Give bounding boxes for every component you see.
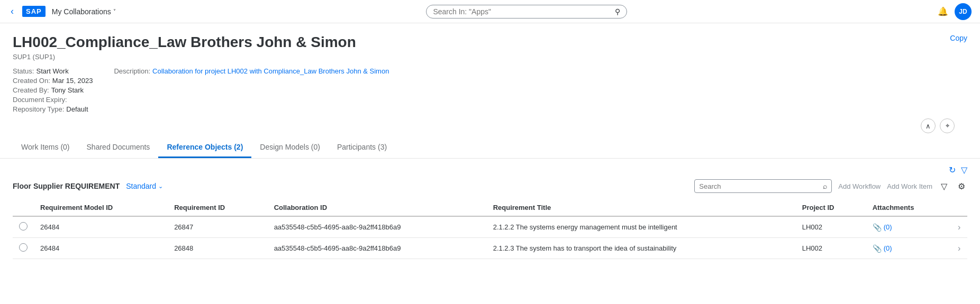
row-attachments[interactable]: 📎 (0) bbox=[866, 216, 951, 238]
status-row: Status: Start Work bbox=[13, 67, 93, 75]
table-search-icon: ⌕ bbox=[823, 182, 827, 190]
nav-search-box[interactable]: ⚲ bbox=[426, 5, 627, 19]
table-settings-button[interactable]: ⚙ bbox=[956, 180, 967, 192]
back-button[interactable]: ‹ bbox=[8, 4, 16, 19]
meta-section: Status: Start Work Created On: Mar 15, 2… bbox=[13, 67, 967, 113]
tabs-bar: Work Items (0) Shared Documents Referenc… bbox=[0, 137, 980, 159]
table-row: 26484 26847 aa535548-c5b5-4695-aa8c-9a2f… bbox=[13, 216, 967, 238]
created-by-value: Tony Stark bbox=[51, 86, 84, 94]
user-avatar[interactable]: JD bbox=[955, 3, 972, 20]
row-radio-cell[interactable] bbox=[13, 238, 34, 259]
table-title: Floor Supplier REQUIREMENT bbox=[13, 182, 120, 190]
filter-top-button[interactable]: ▽ bbox=[961, 165, 967, 175]
row-req-title: 2.1.2.2 The systems energy management mu… bbox=[487, 216, 796, 238]
pin-button[interactable]: ⌖ bbox=[940, 118, 955, 133]
standard-dropdown-button[interactable]: Standard ⌄ bbox=[126, 182, 163, 190]
th-req-id: Requirement ID bbox=[168, 199, 268, 216]
standard-label: Standard bbox=[126, 182, 156, 190]
created-on-label: Created On: bbox=[13, 77, 50, 85]
notification-bell-icon[interactable]: 🔔 bbox=[938, 6, 948, 16]
row-nav-arrow-1[interactable]: › bbox=[958, 244, 960, 253]
attachment-count: (0) bbox=[884, 244, 892, 252]
row-req-id: 26848 bbox=[168, 238, 268, 259]
meta-col-right: Description: Collaboration for project L… bbox=[114, 67, 389, 113]
row-project-id: LH002 bbox=[796, 238, 866, 259]
th-attachments: Attachments bbox=[866, 199, 951, 216]
tab-participants[interactable]: Participants (3) bbox=[329, 137, 395, 158]
th-radio bbox=[13, 199, 34, 216]
table-row: 26484 26848 aa535548-c5b5-4695-aa8c-9a2f… bbox=[13, 238, 967, 259]
description-value: Collaboration for project LH002 with Com… bbox=[152, 67, 389, 75]
meta-col-left: Status: Start Work Created On: Mar 15, 2… bbox=[13, 67, 93, 113]
created-on-row: Created On: Mar 15, 2023 bbox=[13, 77, 93, 85]
nav-search-icon: ⚲ bbox=[615, 7, 620, 16]
row-req-id: 26847 bbox=[168, 216, 268, 238]
requirements-table: Requirement Model ID Requirement ID Coll… bbox=[13, 199, 967, 259]
row-req-model-id: 26484 bbox=[34, 238, 168, 259]
created-on-value: Mar 15, 2023 bbox=[52, 77, 93, 85]
app-title-nav[interactable]: My Collaborations ˅ bbox=[52, 7, 116, 16]
repo-type-value: Default bbox=[66, 105, 88, 113]
tab-reference-objects[interactable]: Reference Objects (2) bbox=[158, 137, 251, 158]
add-work-item-button[interactable]: Add Work Item bbox=[887, 182, 932, 190]
nav-search-input[interactable] bbox=[433, 7, 611, 16]
tab-shared-documents[interactable]: Shared Documents bbox=[78, 137, 159, 158]
created-by-label: Created By: bbox=[13, 86, 49, 94]
tab-work-items[interactable]: Work Items (0) bbox=[13, 137, 78, 158]
header-actions: ∧ ⌖ bbox=[13, 118, 967, 133]
doc-expiry-row: Document Expiry: bbox=[13, 96, 93, 104]
row-nav-arrow-0[interactable]: › bbox=[958, 223, 960, 232]
th-req-title: Requirement Title bbox=[487, 199, 796, 216]
content-area: ↻ ▽ Floor Supplier REQUIREMENT Standard … bbox=[0, 159, 980, 265]
repo-type-row: Repository Type: Default bbox=[13, 105, 93, 113]
page-title: LH002_Compliance_Law Brothers John & Sim… bbox=[13, 34, 967, 51]
toolbar-right: Add Workflow Add Work Item ▽ ⚙ bbox=[838, 180, 967, 192]
created-by-row: Created By: Tony Stark bbox=[13, 86, 93, 94]
th-collab-id: Collaboration ID bbox=[268, 199, 487, 216]
content-top-icons: ↻ ▽ bbox=[13, 165, 967, 175]
paperclip-icon: 📎 bbox=[873, 244, 882, 253]
row-radio-0[interactable] bbox=[19, 222, 28, 231]
table-filter-button[interactable]: ▽ bbox=[939, 180, 949, 192]
attachment-count: (0) bbox=[884, 223, 892, 231]
standard-chevron-icon: ⌄ bbox=[158, 183, 163, 190]
row-radio-1[interactable] bbox=[19, 243, 28, 252]
app-title-label: My Collaborations bbox=[52, 7, 111, 16]
row-project-id: LH002 bbox=[796, 216, 866, 238]
table-search-input[interactable] bbox=[699, 182, 820, 190]
row-radio-cell[interactable] bbox=[13, 216, 34, 238]
attachment-link-0[interactable]: 📎 (0) bbox=[873, 223, 945, 232]
status-value: Start Work bbox=[36, 67, 68, 75]
th-req-model-id: Requirement Model ID bbox=[34, 199, 168, 216]
row-nav-cell[interactable]: › bbox=[951, 238, 967, 259]
row-nav-cell[interactable]: › bbox=[951, 216, 967, 238]
sap-logo[interactable]: SAP bbox=[22, 6, 46, 17]
status-label: Status: bbox=[13, 67, 34, 75]
tab-design-models[interactable]: Design Models (0) bbox=[251, 137, 329, 158]
description-label: Description: bbox=[114, 67, 150, 75]
row-req-title: 2.1.2.3 The system has to transport the … bbox=[487, 238, 796, 259]
nav-right-actions: 🔔 JD bbox=[938, 3, 972, 20]
row-attachments[interactable]: 📎 (0) bbox=[866, 238, 951, 259]
th-project-id: Project ID bbox=[796, 199, 866, 216]
row-collab-id: aa535548-c5b5-4695-aa8c-9a2ff418b6a9 bbox=[268, 238, 487, 259]
collapse-button[interactable]: ∧ bbox=[921, 118, 936, 133]
top-navigation: ‹ SAP My Collaborations ˅ ⚲ 🔔 JD bbox=[0, 0, 980, 23]
app-title-chevron-icon: ˅ bbox=[113, 8, 116, 14]
page-header: LH002_Compliance_Law Brothers John & Sim… bbox=[0, 23, 980, 133]
doc-expiry-label: Document Expiry: bbox=[13, 96, 67, 104]
page-subtitle: SUP1 (SUP1) bbox=[13, 53, 967, 61]
copy-button[interactable]: Copy bbox=[950, 34, 967, 42]
refresh-button[interactable]: ↻ bbox=[949, 165, 956, 175]
attachment-link-1[interactable]: 📎 (0) bbox=[873, 244, 945, 253]
table-toolbar: Floor Supplier REQUIREMENT Standard ⌄ ⌕ … bbox=[13, 179, 967, 193]
description-row: Description: Collaboration for project L… bbox=[114, 67, 389, 75]
nav-search-container: ⚲ bbox=[122, 5, 931, 19]
row-req-model-id: 26484 bbox=[34, 216, 168, 238]
row-collab-id: aa535548-c5b5-4695-aa8c-9a2ff418b6a9 bbox=[268, 216, 487, 238]
add-workflow-button[interactable]: Add Workflow bbox=[838, 182, 881, 190]
table-header-row: Requirement Model ID Requirement ID Coll… bbox=[13, 199, 967, 216]
table-search-box[interactable]: ⌕ bbox=[694, 179, 832, 193]
repo-type-label: Repository Type: bbox=[13, 105, 64, 113]
th-nav bbox=[951, 199, 967, 216]
